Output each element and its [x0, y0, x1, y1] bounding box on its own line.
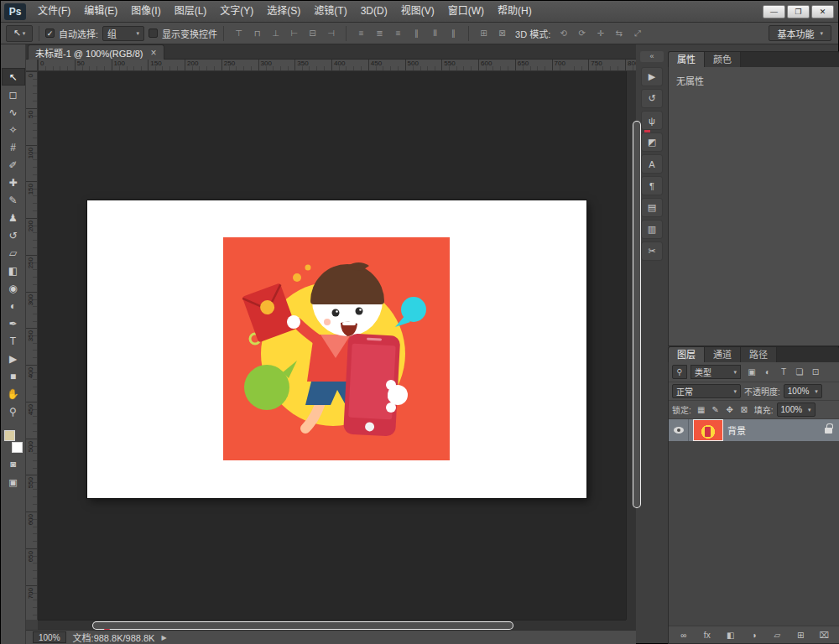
- new-layer-icon[interactable]: ⊞: [792, 631, 809, 640]
- quick-mask-icon[interactable]: ◙: [3, 456, 23, 471]
- new-group-icon[interactable]: ▱: [769, 631, 785, 640]
- menu-item[interactable]: 滤镜(T): [307, 1, 353, 22]
- link-layers-icon[interactable]: ∞: [675, 631, 692, 640]
- lock-position-icon[interactable]: ✥: [723, 403, 737, 417]
- menu-item[interactable]: 帮助(H): [491, 1, 539, 22]
- distribute-left-edges-icon[interactable]: ∥: [408, 26, 425, 41]
- rectangle-tool[interactable]: ■: [2, 367, 25, 385]
- tab-channels[interactable]: 通道: [705, 347, 741, 362]
- rectangular-marquee-tool[interactable]: ◻: [2, 86, 25, 103]
- fill-field[interactable]: 100% ▾: [777, 402, 816, 417]
- lock-transparent-pixels-icon[interactable]: ▦: [695, 403, 708, 417]
- document-tab-close-icon[interactable]: ×: [151, 49, 157, 57]
- tab-properties[interactable]: 属性: [669, 52, 705, 67]
- filter-smart-objects-icon[interactable]: ⊡: [808, 365, 823, 379]
- distribute-bottom-edges-icon[interactable]: ≡: [389, 26, 407, 41]
- status-menu-arrow-icon[interactable]: ▶: [161, 634, 166, 641]
- delete-layer-icon[interactable]: ⌧: [816, 631, 832, 640]
- menu-item[interactable]: 文字(Y): [213, 1, 260, 22]
- menu-item[interactable]: 文件(F): [31, 1, 77, 22]
- measurement-log-icon[interactable]: ✂: [641, 242, 663, 261]
- tool-preset-picker[interactable]: ↖ ▾: [6, 25, 33, 42]
- menu-item[interactable]: 选择(S): [260, 1, 307, 22]
- filter-shape-layers-icon[interactable]: ❏: [792, 365, 807, 379]
- menu-item[interactable]: 3D(D): [354, 1, 394, 22]
- align-top-edges-icon[interactable]: ⊤: [230, 26, 248, 41]
- 3d-orbit-icon[interactable]: ⟲: [555, 26, 572, 41]
- menu-item[interactable]: 视图(V): [394, 1, 441, 22]
- filter-type-dropdown[interactable]: 类型 ▾: [690, 365, 741, 379]
- distribute-top-edges-icon[interactable]: ≡: [352, 26, 370, 41]
- expand-panels-icon[interactable]: «: [640, 51, 664, 62]
- 3d-extras-icon[interactable]: ⊠: [493, 26, 511, 41]
- crop-tool[interactable]: #: [2, 138, 25, 156]
- workspace-switcher[interactable]: 基本功能 ▾: [769, 25, 831, 41]
- menu-item[interactable]: 图层(L): [168, 1, 214, 22]
- filter-pixel-layers-icon[interactable]: ▣: [744, 365, 759, 379]
- 3d-slide-icon[interactable]: ⇆: [610, 26, 628, 41]
- 3d-scale-icon[interactable]: ⤢: [628, 26, 646, 41]
- new-adjustment-layer-icon[interactable]: ◑: [746, 631, 763, 640]
- actions-panel-icon[interactable]: ▶: [641, 67, 663, 86]
- filter-adjustment-layers-icon[interactable]: ◐: [760, 365, 775, 379]
- auto-select-checkbox[interactable]: ✓: [45, 29, 55, 38]
- path-selection-tool[interactable]: ▶: [2, 350, 25, 367]
- align-right-edges-icon[interactable]: ⊣: [322, 26, 340, 41]
- tab-color[interactable]: 颜色: [705, 52, 741, 67]
- layer-row-background[interactable]: 背景: [669, 419, 839, 441]
- dodge-tool[interactable]: ◐: [2, 297, 25, 314]
- minimize-button[interactable]: —: [763, 5, 785, 18]
- screen-mode-icon[interactable]: ▣: [3, 475, 23, 490]
- document-canvas[interactable]: [87, 200, 586, 498]
- auto-align-layers-icon[interactable]: ⊞: [475, 26, 492, 41]
- hand-tool[interactable]: ✋: [2, 385, 25, 402]
- zoom-level-field[interactable]: 100%: [33, 631, 66, 643]
- paragraph-panel-icon[interactable]: ¶: [641, 176, 663, 195]
- close-button[interactable]: ✕: [811, 5, 834, 18]
- align-vertical-centers-icon[interactable]: ⊓: [248, 26, 266, 41]
- 3d-roll-icon[interactable]: ⟳: [573, 26, 591, 41]
- tab-paths[interactable]: 路径: [741, 347, 777, 362]
- gradient-tool[interactable]: ◧: [2, 262, 25, 279]
- history-brush-tool[interactable]: ↺: [2, 226, 25, 244]
- eraser-tool[interactable]: ▱: [2, 244, 25, 262]
- horizontal-scrollbar-thumb[interactable]: [93, 622, 513, 629]
- maximize-button[interactable]: ❐: [787, 5, 810, 18]
- distribute-horizontal-centers-icon[interactable]: ⫴: [426, 26, 444, 41]
- layer-effects-icon[interactable]: fx: [699, 631, 716, 640]
- horizontal-type-tool[interactable]: T: [2, 332, 25, 350]
- vertical-scrollbar[interactable]: [626, 71, 636, 620]
- foreground-color-swatch[interactable]: [4, 430, 15, 441]
- align-bottom-edges-icon[interactable]: ⊥: [267, 26, 284, 41]
- eyedropper-tool[interactable]: ✐: [2, 156, 25, 174]
- spot-healing-brush-tool[interactable]: ✚: [2, 174, 25, 191]
- layer-visibility-toggle[interactable]: [669, 419, 689, 441]
- blur-tool[interactable]: ◉: [2, 279, 25, 297]
- adjustments-panel-icon[interactable]: ◩: [641, 132, 663, 152]
- tab-layers[interactable]: 图层: [669, 347, 705, 362]
- add-layer-mask-icon[interactable]: ◧: [722, 631, 739, 640]
- layer-thumbnail[interactable]: [694, 420, 722, 440]
- styles-panel-icon[interactable]: ψ: [641, 111, 663, 130]
- lock-all-icon[interactable]: ⊠: [737, 403, 751, 417]
- opacity-field[interactable]: 100% ▾: [784, 384, 822, 398]
- move-tool[interactable]: ↖: [2, 68, 25, 86]
- lock-image-pixels-icon[interactable]: ✎: [709, 403, 722, 417]
- show-transform-checkbox[interactable]: [149, 29, 158, 38]
- document-tab[interactable]: 未标题-1 @ 100%(RGB/8) ×: [28, 44, 164, 60]
- align-left-edges-icon[interactable]: ⊢: [285, 26, 303, 41]
- info-panel-icon[interactable]: ▥: [641, 220, 663, 239]
- canvas-viewport[interactable]: [38, 71, 626, 620]
- horizontal-scrollbar[interactable]: [38, 620, 626, 630]
- distribute-vertical-centers-icon[interactable]: ≣: [371, 26, 388, 41]
- zoom-tool[interactable]: ⚲: [2, 402, 25, 420]
- pen-tool[interactable]: ✒: [2, 314, 25, 332]
- brush-tool[interactable]: ✎: [2, 191, 25, 209]
- 3d-pan-icon[interactable]: ✛: [591, 26, 609, 41]
- auto-select-dropdown[interactable]: 组 ▾: [102, 26, 144, 41]
- filter-type-layers-icon[interactable]: T: [776, 365, 791, 379]
- blend-mode-dropdown[interactable]: 正常 ▾: [672, 384, 741, 398]
- menu-item[interactable]: 窗口(W): [441, 1, 491, 22]
- clone-stamp-tool[interactable]: ♟: [2, 209, 25, 226]
- quick-selection-tool[interactable]: ✧: [2, 121, 25, 138]
